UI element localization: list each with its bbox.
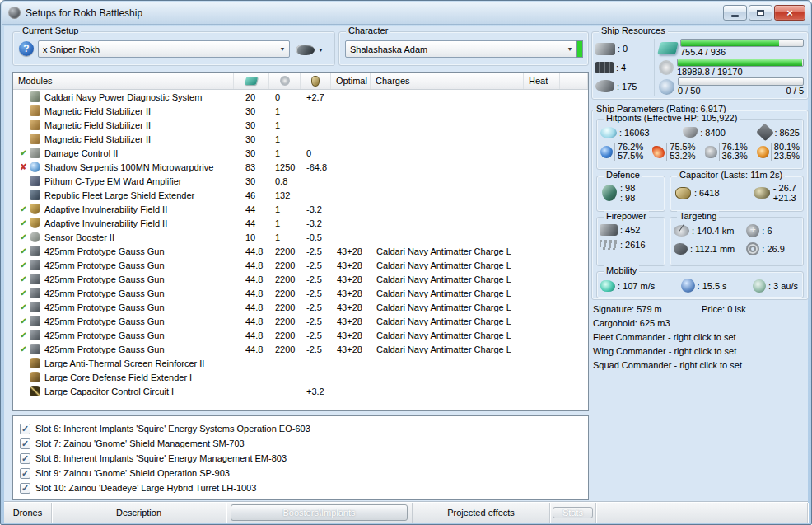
window-title: Setups for Rokh Battleship	[26, 7, 142, 19]
module-row[interactable]: Magnetic Field Stabilizer II301	[13, 104, 588, 118]
module-cap	[301, 104, 331, 118]
module-row[interactable]: ✔425mm Prototype Gauss Gun44.82200-2.543…	[13, 258, 588, 272]
module-optimal	[331, 118, 371, 132]
powergrid-usage-text: 18989.8 / 19170	[677, 67, 804, 77]
price-text: Price: 0 isk	[702, 304, 746, 318]
module-row[interactable]: ✔425mm Prototype Gauss Gun44.82200-2.543…	[13, 314, 588, 328]
implant-row[interactable]: ✓Slot 8: Inherent Implants 'Squire' Ener…	[20, 451, 588, 466]
max-targets-icon	[746, 224, 759, 237]
module-cpu: 44.8	[234, 286, 269, 300]
close-button[interactable]: ×	[774, 5, 805, 21]
implant-checkbox[interactable]: ✓	[20, 468, 30, 479]
fitted-check-icon: ✔	[18, 330, 29, 340]
invulnerability-field-icon	[30, 218, 40, 228]
module-name: Large Core Defense Field Extender I	[44, 373, 192, 382]
module-cpu: 10	[234, 230, 269, 244]
module-cap: -2.5	[301, 272, 331, 286]
chevron-down-icon[interactable]: ▼	[563, 46, 576, 52]
implant-row[interactable]: ✓Slot 6: Inherent Implants 'Squire' Ener…	[20, 421, 588, 436]
power-diagnostic-icon	[30, 91, 40, 102]
implant-row[interactable]: ✓Slot 10: Zainou 'Deadeye' Large Hybrid …	[20, 480, 588, 495]
tab-boosters-implants[interactable]: Boosters\Implants	[231, 504, 408, 521]
shield-icon	[600, 127, 617, 138]
module-row[interactable]: ✔Adaptive Invulnerability Field II441-3.…	[13, 202, 588, 216]
ship-menu-button[interactable]: ▼	[296, 41, 331, 58]
optimal-column-header: Optimal	[331, 73, 371, 89]
module-row[interactable]: ✔425mm Prototype Gauss Gun44.82200-2.543…	[13, 286, 588, 300]
module-row[interactable]: ✔425mm Prototype Gauss Gun44.82200-2.543…	[13, 328, 588, 342]
module-row[interactable]: Large Anti-Thermal Screen Reinforcer II	[13, 356, 588, 370]
maximize-button[interactable]	[749, 5, 772, 21]
module-row[interactable]: ✔425mm Prototype Gauss Gun44.82200-2.543…	[13, 272, 588, 286]
minimize-button[interactable]	[723, 5, 747, 21]
module-name: 425mm Prototype Gauss Gun	[44, 274, 165, 284]
module-charges: Caldari Navy Antimatter Charge L	[371, 328, 524, 342]
module-name: 425mm Prototype Gauss Gun	[44, 288, 165, 298]
hybrid-turret-icon	[30, 246, 40, 256]
module-row[interactable]: Large Capacitor Control Circuit I+3.2	[13, 384, 588, 398]
module-row[interactable]: Large Core Defense Field Extender I	[13, 370, 588, 384]
implant-checkbox[interactable]: ✓	[20, 453, 30, 464]
help-icon[interactable]: ?	[19, 41, 34, 56]
module-optimal	[331, 384, 371, 398]
module-row[interactable]: Caldari Navy Power Diagnostic System200+…	[13, 90, 588, 104]
turret-hardpoints-value: : 0	[618, 44, 628, 54]
squad-commander-text[interactable]: Squad Commander - right click to set	[593, 360, 742, 374]
scan-resolution-icon	[674, 243, 688, 255]
module-row[interactable]: ✔Adaptive Invulnerability Field II441-3.…	[13, 216, 588, 230]
module-row[interactable]: ✔425mm Prototype Gauss Gun44.82200-2.543…	[13, 342, 588, 356]
shield-hp-value: : 16063	[619, 128, 650, 138]
module-name: 425mm Prototype Gauss Gun	[44, 330, 165, 340]
module-row[interactable]: Republic Fleet Large Shield Extender4613…	[13, 188, 588, 202]
module-heat	[524, 328, 560, 342]
current-setup-select[interactable]: x Sniper Rokh ▼	[38, 40, 290, 58]
module-pg: 1	[269, 132, 301, 146]
magnetic-stabilizer-icon	[30, 134, 40, 144]
module-pg: 1	[269, 230, 301, 244]
implant-checkbox[interactable]: ✓	[20, 438, 30, 449]
tab-drones[interactable]: Drones	[4, 503, 52, 523]
stats-button[interactable]: Stats	[553, 507, 593, 518]
module-optimal: 43+28	[331, 272, 371, 286]
hybrid-turret-icon	[30, 288, 40, 298]
module-row[interactable]: Magnetic Field Stabilizer II301	[13, 118, 588, 132]
module-cpu: 44.8	[234, 328, 269, 342]
module-charges	[371, 160, 524, 174]
module-charges	[371, 118, 524, 132]
armor-resist-value: 23.5%	[774, 152, 800, 161]
module-cap: -2.5	[301, 314, 331, 328]
module-row[interactable]: Magnetic Field Stabilizer II301	[13, 132, 588, 146]
module-row[interactable]: Pithum C-Type EM Ward Amplifier300.8	[13, 174, 588, 188]
module-row[interactable]: ✔425mm Prototype Gauss Gun44.82200-2.543…	[13, 300, 588, 314]
chevron-down-icon[interactable]: ▼	[276, 46, 289, 52]
module-heat	[524, 104, 560, 118]
info-block: Signature: 579 m Price: 0 isk Cargohold:…	[593, 304, 807, 374]
module-optimal	[331, 146, 371, 160]
cpu-usage-text: 755.4 / 936	[680, 47, 804, 58]
wing-commander-text[interactable]: Wing Commander - right click to set	[593, 346, 736, 360]
module-cpu: 20	[234, 90, 269, 104]
module-row[interactable]: ✔425mm Prototype Gauss Gun44.82200-2.543…	[13, 244, 588, 258]
tab-projected-effects[interactable]: Projected effects	[412, 503, 550, 523]
modules-header[interactable]: Modules Optimal Charges Heat	[13, 73, 588, 90]
module-heat	[524, 342, 560, 356]
module-cpu: 44.8	[234, 300, 269, 314]
magnetic-stabilizer-icon	[30, 120, 40, 130]
targeting-range: : 140.4 km	[692, 226, 734, 236]
titlebar[interactable]: Setups for Rokh Battleship ×	[2, 2, 810, 25]
module-row[interactable]: ✘Shadow Serpentis 100MN Microwarpdrive83…	[13, 160, 588, 174]
module-heat	[524, 272, 560, 286]
module-heat	[524, 314, 560, 328]
module-row[interactable]: ✔Sensor Booster II101-0.5	[13, 230, 588, 244]
character-select[interactable]: Shalashaska Adam ▼	[345, 40, 577, 58]
implant-checkbox[interactable]: ✓	[20, 483, 30, 494]
tab-description[interactable]: Description	[52, 503, 226, 523]
calibration-value: : 175	[617, 82, 637, 91]
kinetic-resist-icon	[705, 146, 717, 158]
implant-checkbox[interactable]: ✓	[20, 424, 30, 434]
fleet-commander-text[interactable]: Fleet Commander - right click to set	[593, 332, 736, 346]
module-row[interactable]: ✔Damage Control II3010	[13, 146, 588, 160]
implant-row[interactable]: ✓Slot 9: Zainou 'Gnome' Shield Operation…	[20, 466, 588, 480]
setups-window: Setups for Rokh Battleship × Current Set…	[0, 0, 812, 525]
implant-row[interactable]: ✓Slot 7: Zainou 'Gnome' Shield Managemen…	[20, 436, 588, 451]
